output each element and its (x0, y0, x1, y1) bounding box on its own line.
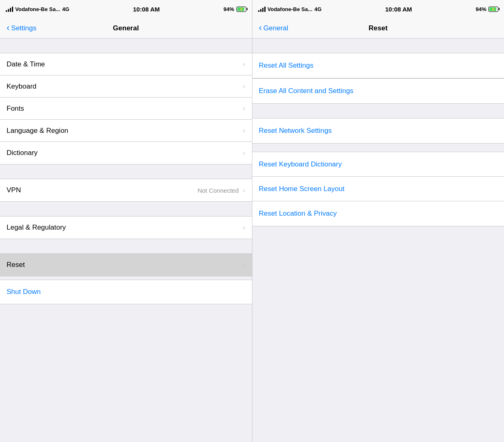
page-title-right: Reset (369, 24, 387, 32)
group-network-settings: Reset Network Settings (252, 118, 504, 144)
group-legal: Legal & Regulatory › (0, 216, 252, 239)
chevron-left-icon: ‹ (7, 23, 9, 32)
erase-content-item[interactable]: Erase All Content and Settings (252, 79, 504, 103)
group-reset: Reset › (0, 253, 252, 276)
battery-pct-label: 94% (223, 6, 234, 12)
status-bar-right: Vodafone-Be Sa... 4G 10:08 AM 94% ⚡ (252, 0, 504, 18)
group-reset-more: Reset Keyboard Dictionary Reset Home Scr… (252, 152, 504, 226)
back-button-right[interactable]: ‹ General (259, 24, 289, 32)
spacer-reset-3 (252, 144, 504, 152)
carrier-label-right: Vodafone-Be Sa... (268, 6, 313, 12)
time-label-right: 10:08 AM (385, 6, 412, 13)
back-button-left[interactable]: ‹ Settings (7, 24, 37, 32)
legal-right: › (241, 223, 245, 232)
status-left: Vodafone-Be Sa... 4G (6, 6, 69, 12)
status-right: 94% ⚡ (223, 6, 246, 12)
status-right-right: 94% ⚡ (476, 6, 498, 12)
erase-item[interactable]: Erase All Content and Settings (252, 78, 504, 104)
keyboard-item[interactable]: Keyboard › (0, 75, 252, 98)
reset-label: Reset (7, 261, 25, 269)
chevron-right-icon-dict: › (243, 149, 245, 157)
bottom-spacer (0, 304, 252, 337)
battery-icon: ⚡ (236, 7, 246, 12)
vpn-right: Not Connected › (197, 186, 245, 195)
language-region-item[interactable]: Language & Region › (0, 120, 252, 142)
erase-content-label: Erase All Content and Settings (259, 87, 354, 95)
reset-list: Reset All Settings Erase All Content and… (252, 39, 504, 442)
battery-pct-right: 94% (476, 6, 486, 12)
status-bar-left: Vodafone-Be Sa... 4G 10:08 AM 94% ⚡ (0, 0, 252, 18)
shutdown-label: Shut Down (7, 288, 41, 296)
date-time-item[interactable]: Date & Time › (0, 53, 252, 75)
left-panel: Vodafone-Be Sa... 4G 10:08 AM 94% ⚡ ‹ Se… (0, 0, 252, 442)
reset-keyboard-item[interactable]: Reset Keyboard Dictionary (252, 152, 504, 177)
signal-icon-right (258, 6, 266, 12)
legal-item[interactable]: Legal & Regulatory › (0, 216, 252, 239)
spacer-4 (0, 239, 252, 253)
network-label: 4G (62, 6, 69, 12)
group-reset-all: Reset All Settings (252, 53, 504, 78)
right-panel: Vodafone-Be Sa... 4G 10:08 AM 94% ⚡ ‹ Ge… (252, 0, 504, 442)
chevron-right-icon-reset: › (243, 261, 245, 269)
language-region-right: › (241, 126, 245, 135)
chevron-right-icon-vpn: › (243, 186, 245, 195)
reset-keyboard-label: Reset Keyboard Dictionary (259, 160, 342, 169)
chevron-right-icon-lang: › (243, 126, 245, 135)
date-time-right: › (241, 60, 245, 68)
status-left-right: Vodafone-Be Sa... 4G (258, 6, 322, 12)
carrier-label: Vodafone-Be Sa... (15, 6, 60, 12)
reset-right: › (241, 261, 245, 269)
chevron-right-icon-fonts: › (243, 104, 245, 113)
reset-network-item[interactable]: Reset Network Settings (252, 118, 504, 143)
dictionary-right: › (241, 149, 245, 157)
keyboard-label: Keyboard (7, 82, 37, 91)
reset-home-screen-item[interactable]: Reset Home Screen Layout (252, 177, 504, 201)
vpn-value: Not Connected (197, 187, 238, 194)
legal-label: Legal & Regulatory (7, 223, 66, 232)
nav-bar-right: ‹ General Reset (252, 18, 504, 39)
group-general-top: Date & Time › Keyboard › Fonts › Languag… (0, 53, 252, 164)
date-time-label: Date & Time (7, 60, 45, 68)
reset-item[interactable]: Reset › (0, 254, 252, 276)
fonts-right: › (241, 104, 245, 113)
network-label-right: 4G (314, 6, 321, 12)
dictionary-item[interactable]: Dictionary › (0, 142, 252, 164)
shutdown-item[interactable]: Shut Down (0, 280, 252, 304)
reset-network-label: Reset Network Settings (259, 127, 332, 135)
page-title-left: General (113, 24, 139, 32)
signal-icon (6, 6, 13, 12)
spacer-reset-2 (252, 104, 504, 118)
spacer-3 (0, 202, 252, 216)
bottom-spacer-right (252, 226, 504, 308)
dictionary-label: Dictionary (7, 149, 38, 157)
reset-all-settings-item[interactable]: Reset All Settings (252, 53, 504, 78)
chevron-right-icon-kb: › (243, 82, 245, 91)
battery-icon-right: ⚡ (488, 7, 498, 12)
settings-list-left: Date & Time › Keyboard › Fonts › Languag… (0, 39, 252, 442)
vpn-item[interactable]: VPN Not Connected › (0, 179, 252, 201)
chevron-right-icon-legal: › (243, 223, 245, 232)
language-region-label: Language & Region (7, 127, 68, 135)
spacer-reset-top (252, 39, 504, 53)
vpn-label: VPN (7, 186, 21, 194)
keyboard-right: › (241, 82, 245, 91)
chevron-left-icon-right: ‹ (259, 23, 262, 32)
chevron-right-icon: › (243, 60, 245, 68)
reset-all-settings-label: Reset All Settings (259, 62, 314, 70)
spacer-2 (0, 164, 252, 179)
reset-location-label: Reset Location & Privacy (259, 210, 337, 218)
reset-location-item[interactable]: Reset Location & Privacy (252, 201, 504, 226)
back-label-left: Settings (11, 24, 36, 32)
back-label-right: General (263, 24, 288, 32)
reset-home-screen-label: Reset Home Screen Layout (259, 185, 345, 193)
time-label: 10:08 AM (133, 6, 160, 13)
fonts-label: Fonts (7, 105, 24, 113)
fonts-item[interactable]: Fonts › (0, 98, 252, 120)
group-vpn: VPN Not Connected › (0, 179, 252, 202)
nav-bar-left: ‹ Settings General (0, 18, 252, 39)
spacer-top (0, 39, 252, 53)
